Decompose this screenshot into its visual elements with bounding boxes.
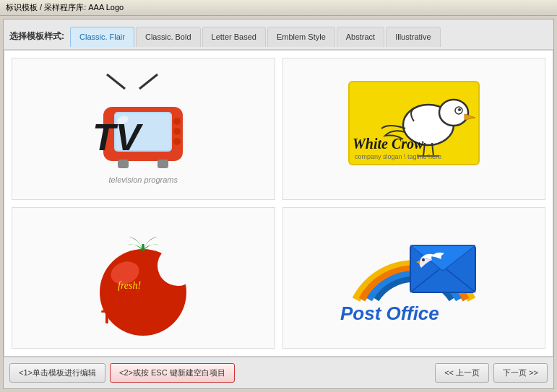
- svg-line-0: [107, 74, 125, 89]
- main-window: 选择模板样式: Classic. Flair Classic. Bold Let…: [3, 19, 554, 389]
- tab-classic-flair[interactable]: Classic. Flair: [70, 27, 134, 47]
- svg-text:fresh!: fresh!: [118, 280, 141, 291]
- tab-abstract[interactable]: Abstract: [337, 27, 384, 47]
- prev-page-button[interactable]: << 上一页: [435, 363, 489, 383]
- tab-illustrative[interactable]: Illustrative: [386, 27, 441, 47]
- logo-card-tomato[interactable]: fresh! Tomato: [12, 207, 275, 349]
- logo-card-tv[interactable]: TV television programs: [12, 58, 275, 200]
- svg-point-23: [157, 245, 198, 286]
- svg-point-31: [422, 258, 425, 261]
- svg-text:Tomato: Tomato: [101, 306, 172, 328]
- footer-bar: <1>单击模板进行编辑 <2>或按 ESC 键新建空白项目 << 上一页 下一页…: [4, 357, 553, 388]
- tomato-logo-svg: fresh! Tomato: [71, 217, 215, 339]
- tab-emblem-style[interactable]: Emblem Style: [267, 27, 335, 47]
- tv-logo-svg: TV: [64, 67, 223, 183]
- logo-card-postoffice[interactable]: Post Office: [282, 207, 546, 349]
- svg-rect-10: [157, 160, 168, 168]
- svg-point-6: [173, 118, 181, 125]
- title-text: 标识模板 / 采样程序库: AAA Logo: [6, 2, 124, 13]
- next-page-button[interactable]: 下一页 >>: [493, 363, 548, 383]
- logo-grid: TV television programs: [4, 50, 553, 357]
- svg-text:White Crow: White Crow: [353, 136, 424, 152]
- svg-point-16: [458, 108, 461, 111]
- postoffice-logo-svg: Post Office: [320, 220, 508, 336]
- edit-template-button[interactable]: <1>单击模板进行编辑: [9, 363, 105, 383]
- tv-subtitle: television programs: [109, 175, 178, 190]
- svg-point-8: [173, 138, 181, 145]
- svg-text:company slogan \ tagline here: company slogan \ tagline here: [355, 153, 441, 160]
- new-blank-button[interactable]: <2>或按 ESC 键新建空白项目: [110, 363, 235, 383]
- tab-bar-label: 选择模板样式:: [9, 30, 64, 43]
- tab-classic-bold[interactable]: Classic. Bold: [136, 27, 201, 47]
- svg-text:Post Office: Post Office: [340, 302, 439, 324]
- svg-text:TV: TV: [92, 116, 144, 158]
- tab-letter-based[interactable]: Letter Based: [202, 27, 266, 47]
- tab-bar: 选择模板样式: Classic. Flair Classic. Bold Let…: [4, 19, 553, 50]
- svg-rect-9: [118, 160, 129, 168]
- svg-point-14: [439, 100, 468, 126]
- title-bar: 标识模板 / 采样程序库: AAA Logo: [0, 0, 557, 16]
- svg-line-1: [139, 74, 157, 89]
- svg-point-7: [173, 128, 181, 135]
- logo-card-whitecrow[interactable]: White Crow company slogan \ tagline here: [282, 58, 546, 200]
- whitecrow-logo-svg: White Crow company slogan \ tagline here: [327, 71, 501, 186]
